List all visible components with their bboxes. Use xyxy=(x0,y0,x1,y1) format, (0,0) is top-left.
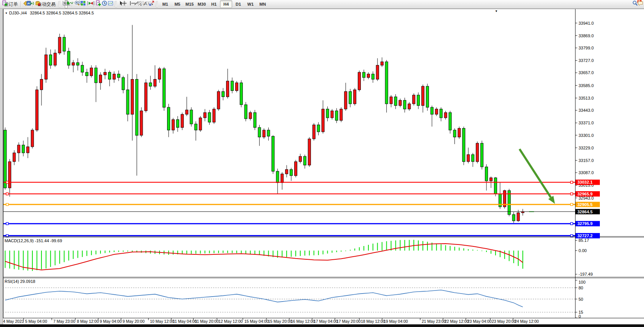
text-button[interactable]: A xyxy=(142,0,145,8)
zoom-in-button[interactable] xyxy=(74,0,77,8)
line-handle[interactable] xyxy=(571,181,573,183)
line-handle[interactable] xyxy=(6,203,8,206)
equidistant-channel-button[interactable]: E xyxy=(136,0,139,8)
bar-chart-button[interactable] xyxy=(62,0,65,8)
price-line-badge: 32905.5 xyxy=(575,202,600,207)
line-handle[interactable] xyxy=(6,193,8,195)
toolbar-grip[interactable] xyxy=(58,1,61,7)
svg-text:4 May 2023: 4 May 2023 xyxy=(3,319,24,324)
chart-canvas: MACD(12,26,9) -151.44 -99.6985.170.00-19… xyxy=(0,0,644,327)
timeframe-button-H1[interactable]: H1 xyxy=(208,0,220,8)
macd-label: MACD(12,26,9) -151.44 -99.69 xyxy=(5,238,62,243)
scroll-marker-icon[interactable]: ▼ xyxy=(495,10,498,13)
signals-button[interactable] xyxy=(29,0,32,8)
svg-text:19 May 04:00: 19 May 04:00 xyxy=(384,319,408,324)
timeframe-button-W1[interactable]: W1 xyxy=(244,0,257,8)
window-left-edge xyxy=(0,9,3,324)
svg-text:32727.2: 32727.2 xyxy=(577,233,593,238)
line-handle[interactable] xyxy=(571,193,573,195)
svg-text:12 May 12:00: 12 May 12:00 xyxy=(218,319,243,324)
svg-text:17 May 04:00: 17 May 04:00 xyxy=(314,319,338,324)
macd-axis-label: 85.17 xyxy=(579,238,589,243)
svg-text:33371.0: 33371.0 xyxy=(579,121,594,125)
zoom-out-button[interactable] xyxy=(77,0,80,8)
svg-text:33869.0: 33869.0 xyxy=(579,33,594,38)
chart-collapse-icon[interactable]: ▼ xyxy=(5,12,8,14)
periods-button[interactable]: ▾ xyxy=(101,0,107,8)
svg-text:33657.0: 33657.0 xyxy=(579,70,594,75)
macd-axis-label: 0.00 xyxy=(579,248,587,253)
svg-text:16 May 12:00: 16 May 12:00 xyxy=(291,319,315,324)
timeframe-button-D1[interactable]: D1 xyxy=(232,0,244,8)
svg-text:24 May 12:00: 24 May 12:00 xyxy=(515,319,539,324)
svg-text:33229.0: 33229.0 xyxy=(579,146,594,150)
svg-text:11 May 20:00: 11 May 20:00 xyxy=(195,319,219,324)
price-line-badge: 32965.9 xyxy=(575,191,600,197)
chart-shift-button[interactable] xyxy=(89,0,92,8)
svg-text:9 May 04:00: 9 May 04:00 xyxy=(100,319,122,324)
svg-text:15 May 20:00: 15 May 20:00 xyxy=(268,319,292,324)
terminal-window: { "window": { "title_symbol": "DJ30-,H4"… xyxy=(0,0,644,327)
window-bottom-edge xyxy=(0,324,644,327)
svg-text:15 May 04:00: 15 May 04:00 xyxy=(244,319,269,324)
line-handle[interactable] xyxy=(571,203,573,206)
svg-text:33301.0: 33301.0 xyxy=(579,133,594,138)
trendline-button[interactable] xyxy=(133,0,136,8)
chat-button[interactable]: 1 xyxy=(637,0,640,8)
rsi-label: RSI(14) 29.0918 xyxy=(5,279,35,284)
svg-text:22 May 12:00: 22 May 12:00 xyxy=(445,319,469,324)
timeframe-button-H4[interactable]: H4 xyxy=(220,0,232,8)
svg-text:9 May 20:00: 9 May 20:00 xyxy=(123,319,145,324)
rsi-axis-label: 100 xyxy=(579,280,585,284)
autotrade-button[interactable]: 自动交易 xyxy=(35,0,57,8)
timeframe-button-MN[interactable]: MN xyxy=(257,0,269,8)
svg-text:33032.1: 33032.1 xyxy=(577,180,593,184)
market-watch-button[interactable] xyxy=(26,0,29,8)
new-order-button[interactable]: 新订单 xyxy=(2,0,19,8)
main-toolbar: 新订单自动交易▾▾▾EFAT▾M1M5M15M30H1H4D1W1MN1 xyxy=(0,0,644,9)
svg-text:32864.5: 32864.5 xyxy=(577,210,593,214)
cursor-button[interactable] xyxy=(118,0,121,8)
indicators-button[interactable]: ▾ xyxy=(95,0,101,8)
timeframe-button-M30[interactable]: M30 xyxy=(196,0,208,8)
auto-scroll-button[interactable] xyxy=(86,0,89,8)
timeframe-button-M1[interactable]: M1 xyxy=(159,0,171,8)
line-chart-button[interactable] xyxy=(68,0,71,8)
svg-text:33087.0: 33087.0 xyxy=(579,170,594,175)
line-handle[interactable] xyxy=(6,222,8,225)
svg-text:17 May 20:00: 17 May 20:00 xyxy=(336,319,361,324)
svg-text:23 May 20:00: 23 May 20:00 xyxy=(492,319,516,324)
price-line-badge: 32864.5 xyxy=(575,209,600,214)
toolbar-grip[interactable] xyxy=(115,1,117,7)
line-handle[interactable] xyxy=(571,222,573,225)
svg-text:10 May 12:00: 10 May 12:00 xyxy=(150,319,174,324)
arrows-button[interactable]: ▾ xyxy=(148,0,155,8)
text-label-button[interactable]: T xyxy=(145,0,148,8)
svg-text:23 May 04:00: 23 May 04:00 xyxy=(467,319,492,324)
svg-text:33513.0: 33513.0 xyxy=(579,96,594,100)
price-line-badge: 32727.2 xyxy=(575,233,600,238)
toolbar-grip[interactable] xyxy=(156,1,158,7)
toolbar-separator xyxy=(21,1,21,7)
timeframe-button-M5[interactable]: M5 xyxy=(171,0,183,8)
horizontal-line-button[interactable] xyxy=(130,0,133,8)
rsi-axis-label: 0 xyxy=(579,314,581,319)
macd-axis-label: -197.49 xyxy=(579,272,593,276)
timeframe-button-M15[interactable]: M15 xyxy=(183,0,196,8)
chart-title: ▼DJ30-,H432864.5 32864.5 32864.5 32864.5 xyxy=(5,11,94,15)
price-line-badge: 33032.1 xyxy=(575,179,600,185)
vertical-line-button[interactable] xyxy=(127,0,130,8)
crosshair-button[interactable] xyxy=(121,0,124,8)
time-axis[interactable]: 4 May 20235 May 04:007 May 23:008 May 12… xyxy=(2,318,539,324)
fibonacci-button[interactable]: F xyxy=(139,0,142,8)
search-button[interactable] xyxy=(632,0,635,8)
svg-text:5 May 04:00: 5 May 04:00 xyxy=(25,319,47,324)
candlestick-chart-button[interactable] xyxy=(65,0,68,8)
chart-profile-button[interactable] xyxy=(22,0,26,8)
templates-button[interactable]: ▾ xyxy=(107,0,113,8)
tile-windows-button[interactable] xyxy=(80,0,83,8)
svg-text:33941.0: 33941.0 xyxy=(579,21,594,25)
svg-text:8 May 12:00: 8 May 12:00 xyxy=(77,319,99,324)
line-handle[interactable] xyxy=(6,181,8,183)
svg-text:33727.0: 33727.0 xyxy=(579,58,594,63)
